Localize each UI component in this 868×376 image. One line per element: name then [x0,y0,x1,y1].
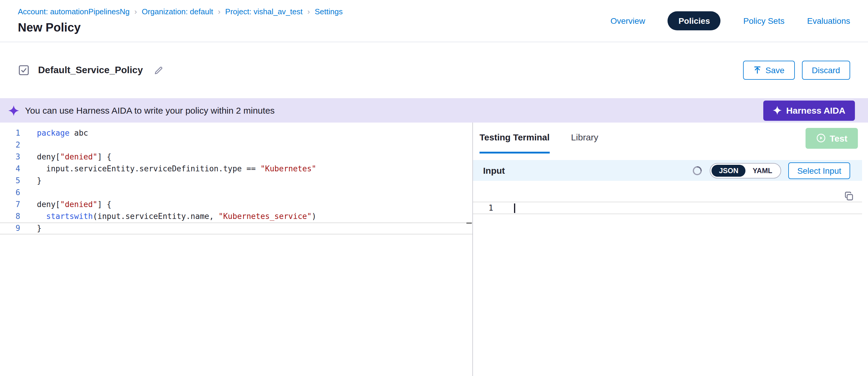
harness-aida-button[interactable]: Harness AIDA [763,100,855,121]
header-left: Account: automationPipelinesNg › Organiz… [18,7,343,34]
tab-library[interactable]: Library [571,123,598,154]
aida-sparkle-icon [773,106,781,115]
code-line[interactable]: 2 [0,139,472,151]
app-window: Account: automationPipelinesNg › Organiz… [0,0,868,376]
copy-icon[interactable] [844,192,854,203]
tab-overview[interactable]: Overview [610,16,645,26]
breadcrumb-project[interactable]: Project: vishal_av_test [225,7,303,16]
input-editor[interactable]: 1 [473,181,862,376]
code-text: input.serviceEntity.serviceDefinition.ty… [37,163,316,175]
workspace: 1package abc23deny["denied"] {4 input.se… [0,123,868,376]
line-number: 2 [0,139,27,151]
tab-policies[interactable]: Policies [668,11,721,30]
input-label: Input [483,165,505,176]
page-title: New Policy [18,21,343,34]
policy-name: Default_Service_Policy [38,65,143,75]
line-number: 7 [0,199,27,211]
chevron-right-icon: › [134,7,137,16]
save-button[interactable]: Save [743,61,795,80]
chevron-right-icon: › [307,7,310,16]
select-input-label: Select Input [797,166,841,175]
code-line[interactable]: 9} [0,222,472,234]
play-circle-icon [816,133,826,143]
line-number: 1 [473,203,500,212]
testing-pane: Testing Terminal Library Test Input [473,123,862,376]
format-toggle: JSON YAML [710,163,781,178]
refresh-icon[interactable] [692,165,703,176]
chevron-right-icon: › [218,7,220,16]
cursor-position-marker [466,222,472,224]
edit-pencil-icon[interactable] [154,65,164,75]
policy-editor-lines: 1package abc23deny["denied"] {4 input.se… [0,127,472,234]
breadcrumb-settings[interactable]: Settings [315,7,343,16]
page-header: Account: automationPipelinesNg › Organiz… [0,0,868,42]
tab-policy-sets[interactable]: Policy Sets [743,16,785,26]
format-json[interactable]: JSON [712,164,745,177]
discard-button-label: Discard [812,65,840,75]
breadcrumb-organization[interactable]: Organization: default [142,7,213,16]
line-number: 5 [0,175,27,187]
text-cursor [514,203,515,213]
test-button[interactable]: Test [806,128,858,149]
discard-button[interactable]: Discard [802,61,850,80]
line-number: 1 [0,127,27,139]
code-text: startswith(input.serviceEntity.name, "Ku… [37,211,316,222]
aida-button-label: Harness AIDA [786,105,845,116]
module-nav-tabs: Overview Policies Policy Sets Evaluation… [610,11,850,30]
line-number: 9 [0,223,27,234]
breadcrumb: Account: automationPipelinesNg › Organiz… [18,7,343,16]
code-text: deny["denied"] { [37,151,112,163]
code-line[interactable]: 1package abc [0,127,472,139]
save-button-label: Save [765,65,784,75]
code-line[interactable]: 6 [0,187,472,199]
format-yaml[interactable]: YAML [745,164,779,177]
code-line[interactable]: 5} [0,175,472,187]
code-line[interactable]: 7deny["denied"] { [0,199,472,211]
aida-banner-message: You can use Harness AIDA to write your p… [25,105,275,116]
code-text: package abc [37,127,88,139]
code-line[interactable]: 3deny["denied"] { [0,151,472,163]
code-text: deny["denied"] { [37,199,112,211]
input-editor-line[interactable]: 1 [473,202,862,214]
aida-sparkle-icon [8,105,19,116]
policy-check-icon [18,64,30,76]
policy-name-group: Default_Service_Policy [18,64,164,76]
code-text: } [37,223,42,234]
line-number: 4 [0,163,27,175]
code-line[interactable]: 4 input.serviceEntity.serviceDefinition.… [0,163,472,175]
tab-evaluations[interactable]: Evaluations [807,16,850,26]
aida-banner: You can use Harness AIDA to write your p… [0,98,868,123]
line-number: 3 [0,151,27,163]
breadcrumb-account[interactable]: Account: automationPipelinesNg [18,7,130,16]
policy-editor[interactable]: 1package abc23deny["denied"] {4 input.se… [0,123,473,376]
test-button-label: Test [830,133,847,143]
tab-testing-terminal[interactable]: Testing Terminal [479,123,550,154]
code-text: } [37,175,42,187]
code-line[interactable]: 8 startswith(input.serviceEntity.name, "… [0,211,472,222]
line-number: 8 [0,211,27,222]
select-input-button[interactable]: Select Input [788,162,850,179]
input-header: Input JSON YAML Select Input [473,160,862,181]
input-header-actions: JSON YAML Select Input [692,162,850,179]
line-number: 6 [0,187,27,199]
policy-actions: Save Discard [743,61,850,80]
upload-arrow-icon [753,66,761,74]
terminal-tabbar: Testing Terminal Library Test [473,123,862,154]
policy-toolbar: Default_Service_Policy Save Discard [0,42,868,98]
